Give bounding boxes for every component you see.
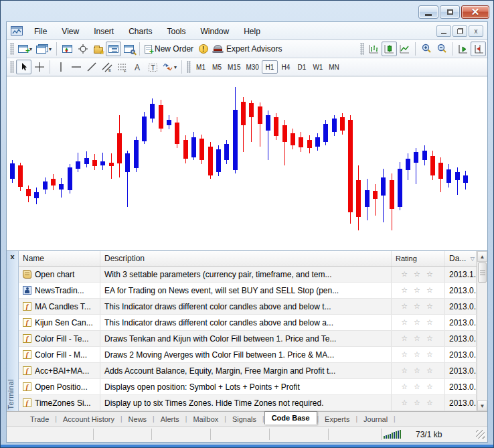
metaquotes-alert-button[interactable]: ! — [195, 42, 211, 56]
data-window-button[interactable] — [75, 42, 90, 56]
timeframe-m15-button[interactable]: M15 — [225, 60, 243, 74]
table-row[interactable]: fOpen Positio...Displays open position: … — [19, 379, 477, 395]
candlestick-chart[interactable] — [7, 76, 487, 250]
table-row[interactable]: fAcc+BAI+MA...Adds Account Balance, Equi… — [19, 363, 477, 379]
mdi-close-button[interactable]: x — [469, 25, 483, 37]
candlestick-chart-button[interactable] — [382, 42, 397, 56]
navigator-button[interactable]: ★ — [90, 42, 106, 56]
close-button[interactable]: ✕ — [461, 5, 489, 19]
timeframe-mn-button[interactable]: MN — [326, 60, 342, 74]
scroll-track[interactable] — [477, 283, 487, 400]
column-header-name[interactable]: Name — [19, 251, 100, 266]
chart-toolbar-group — [358, 42, 486, 56]
auto-scroll-button[interactable] — [455, 42, 471, 56]
toolbar-grip[interactable] — [187, 61, 191, 73]
timeframe-m5-button[interactable]: M5 — [209, 60, 225, 74]
bar-chart-button[interactable] — [366, 42, 382, 56]
table-row[interactable]: fTimeZones Si...Display up to six Times … — [19, 395, 477, 411]
resize-grip[interactable] — [476, 430, 485, 439]
timeframe-h1-button[interactable]: H1 — [262, 60, 278, 74]
equidistant-channel-button[interactable]: E — [99, 60, 114, 74]
traffic-label: 73/1 kb — [416, 430, 456, 439]
scroll-up-button[interactable]: ▲ — [477, 251, 487, 262]
crosshair-button[interactable] — [31, 60, 47, 74]
toolbar-grip[interactable] — [10, 43, 14, 55]
trendline-button[interactable] — [84, 60, 99, 74]
cursor-button[interactable] — [16, 60, 31, 74]
zoom-in-button[interactable] — [418, 42, 434, 56]
menu-view[interactable]: View — [54, 24, 86, 39]
candle-body — [332, 119, 337, 132]
scroll-down-button[interactable]: ▼ — [477, 400, 487, 411]
table-row[interactable]: Open chartWith 3 settable parameters (cu… — [19, 267, 477, 283]
tab-experts[interactable]: Experts — [319, 413, 355, 425]
column-header-description[interactable]: Description — [100, 251, 392, 266]
menu-insert[interactable]: Insert — [86, 24, 121, 39]
candle-body — [373, 191, 378, 199]
minimize-button[interactable] — [418, 5, 438, 19]
cell-description: Display up to six Times Zones. Hide Time… — [100, 395, 392, 410]
chart-shift-button[interactable] — [471, 42, 486, 56]
cell-rating: ☆ ☆ ☆ — [392, 363, 445, 378]
table-row[interactable]: fKijun Sen Can...This Indicator draws di… — [19, 315, 477, 331]
menu-help[interactable]: Help — [236, 24, 268, 39]
new-order-button[interactable]: + New Order — [143, 42, 195, 56]
table-row[interactable]: fColor Fill - Te...Draws Tenkan and Kiju… — [19, 331, 477, 347]
market-watch-button[interactable]: ▲▼ — [60, 42, 75, 56]
timeframe-w1-button[interactable]: W1 — [310, 60, 326, 74]
tab-trade[interactable]: Trade — [24, 413, 55, 425]
timeframe-m1-button[interactable]: M1 — [193, 60, 209, 74]
timeframe-m30-button[interactable]: M30 — [243, 60, 261, 74]
text-label-button[interactable]: T — [145, 60, 161, 74]
timeframe-h4-button[interactable]: H4 — [278, 60, 294, 74]
column-header-da[interactable]: Da...▽ — [445, 251, 477, 266]
timeframe-d1-button[interactable]: D1 — [294, 60, 310, 74]
table-row[interactable]: NewsTradin...EA for Trading on News even… — [19, 283, 477, 299]
expert-advisors-button[interactable]: Expert Advisors — [211, 42, 284, 56]
terminal-close-button[interactable]: x — [10, 252, 14, 261]
tab-account-history[interactable]: Account History — [57, 413, 120, 425]
separator — [181, 60, 182, 74]
status-bar: 73/1 kb — [7, 426, 487, 442]
terminal-button[interactable] — [106, 42, 121, 56]
zoom-out-button[interactable] — [434, 42, 449, 56]
horizontal-line-button[interactable] — [68, 60, 84, 74]
column-header-rating[interactable]: Rating — [392, 251, 445, 266]
tab-alerts[interactable]: Alerts — [155, 413, 185, 425]
menu-file[interactable]: File — [27, 24, 54, 39]
candle-body — [150, 104, 155, 119]
cell-rating: ☆ ☆ ☆ — [392, 331, 445, 346]
candle-wick — [383, 169, 384, 222]
vertical-scrollbar[interactable]: ▲ ▼ — [477, 251, 487, 411]
line-chart-button[interactable] — [397, 42, 412, 56]
arrows-button[interactable]: ▾ — [161, 60, 179, 74]
trendline-icon — [87, 62, 96, 72]
sort-descending-icon[interactable]: ▽ — [471, 256, 475, 262]
mdi-restore-button[interactable] — [452, 25, 467, 37]
table-row[interactable]: fMA Candles T...This Indicator draws dif… — [19, 299, 477, 315]
profiles-button[interactable]: ▾ — [34, 42, 54, 56]
tab-code-base[interactable]: Code Base — [264, 411, 317, 425]
text-button[interactable]: A — [130, 60, 145, 74]
tab-news[interactable]: News — [122, 413, 153, 425]
name-text: NewsTradin... — [35, 286, 84, 295]
menu-charts[interactable]: Charts — [121, 24, 159, 39]
tab-mailbox[interactable]: Mailbox — [187, 413, 224, 425]
fibonacci-button[interactable]: F — [114, 60, 130, 74]
mdi-minimize-icon — [441, 33, 446, 34]
mdi-minimize-button[interactable] — [436, 25, 451, 37]
tab-journal[interactable]: Journal — [357, 413, 394, 425]
toolbar-grip[interactable] — [10, 61, 14, 73]
tab-signals[interactable]: Signals — [226, 413, 262, 425]
maximize-button[interactable] — [440, 5, 460, 19]
menu-window[interactable]: Window — [193, 24, 237, 39]
table-row[interactable]: fColor Fill - M...Draws 2 Moving Averges… — [19, 347, 477, 363]
menu-tools[interactable]: Tools — [160, 24, 193, 39]
vertical-line-button[interactable] — [53, 60, 68, 74]
scroll-thumb[interactable] — [478, 263, 487, 283]
close-icon: ✕ — [471, 6, 480, 18]
toolbar-grip[interactable] — [360, 43, 364, 55]
name-text: TimeZones Si... — [35, 398, 91, 408]
strategy-tester-button[interactable] — [121, 42, 137, 56]
new-chart-button[interactable]: +▾ — [16, 42, 34, 56]
